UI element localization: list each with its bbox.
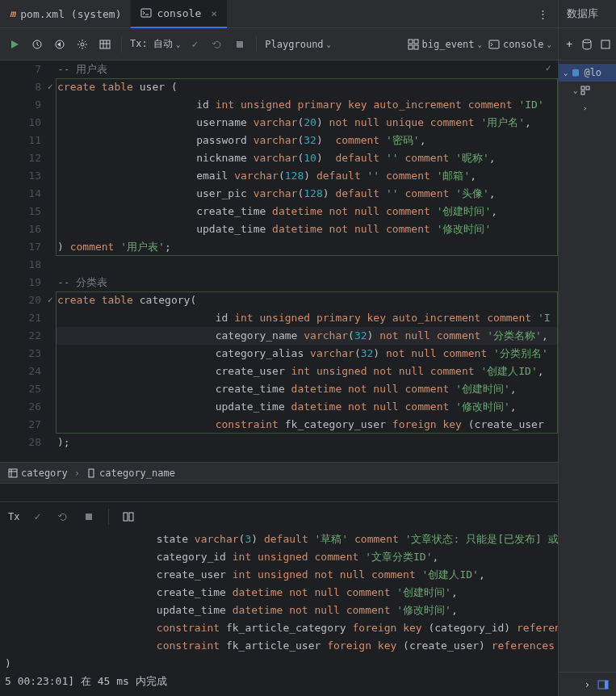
svg-rect-13: [86, 514, 92, 520]
svg-rect-0: [141, 9, 151, 17]
svg-rect-14: [124, 513, 128, 521]
chevron-down-icon: ⌄: [547, 40, 551, 48]
check-gutter: ✓ ✓: [44, 61, 56, 462]
tree-node[interactable]: ⌄ @lo: [559, 64, 616, 82]
check-icon: ✓: [44, 291, 56, 309]
commit-icon[interactable]: ✓: [29, 509, 45, 525]
svg-rect-21: [581, 91, 585, 94]
tab-label: console: [157, 7, 201, 19]
db-tree[interactable]: ⌄ @lo ⌄ ›: [559, 61, 616, 370]
chevron-down-icon: ⌄: [327, 40, 331, 48]
breadcrumb-item[interactable]: category_name: [86, 467, 175, 479]
run-icon[interactable]: [6, 36, 23, 52]
tab-console[interactable]: console ×: [131, 0, 227, 28]
rollback-icon[interactable]: [55, 509, 71, 525]
svg-rect-19: [581, 86, 585, 90]
breadcrumb-item[interactable]: category: [8, 467, 68, 479]
chevron-right-icon: ›: [583, 104, 587, 112]
svg-rect-15: [129, 513, 133, 521]
schema-label: big_event: [422, 39, 475, 50]
console-icon: [488, 39, 500, 50]
editor-tabs: m pom.xml (system) console × ⋮: [0, 0, 558, 28]
svg-rect-8: [409, 45, 413, 49]
output-panel: Tx ✓ state varchar(3) default '草稿' comme…: [0, 483, 558, 696]
tab-pom[interactable]: m pom.xml (system): [0, 0, 131, 28]
playground-label: Playground: [265, 39, 323, 50]
playground-dropdown[interactable]: Playground ⌄: [265, 39, 331, 50]
sql-toolbar: Tx: 自动 ⌄ ✓ Playground ⌄ big_event ⌄ cons…: [0, 28, 558, 61]
add-icon[interactable]: +: [564, 36, 575, 52]
console-dropdown[interactable]: console ⌄: [488, 39, 551, 50]
db-icon: [571, 68, 580, 78]
svg-rect-6: [409, 40, 413, 44]
svg-rect-11: [9, 469, 17, 477]
svg-rect-9: [414, 45, 418, 49]
svg-rect-20: [586, 86, 589, 90]
column-icon: [86, 468, 96, 478]
breadcrumb-separator: ›: [74, 467, 80, 479]
svg-rect-17: [601, 40, 610, 48]
svg-point-16: [583, 40, 591, 43]
more-icon[interactable]: [600, 36, 611, 52]
chevron-down-icon: ⌄: [478, 40, 482, 48]
stop-icon[interactable]: [232, 36, 248, 52]
layout-icon[interactable]: [595, 677, 611, 693]
grid-icon[interactable]: [97, 36, 113, 52]
line-gutter: 7 8 9 10 11 12 13 14 15 16 17 18 19 20 2…: [0, 61, 44, 462]
check-icon: ✓: [44, 78, 56, 96]
explain-icon[interactable]: [52, 36, 68, 52]
console-label: console: [503, 39, 544, 50]
close-icon[interactable]: ×: [211, 7, 217, 19]
datasource-icon[interactable]: [581, 36, 593, 52]
chevron-right-icon[interactable]: ›: [585, 679, 590, 690]
tx-label: Tx: [8, 511, 19, 522]
commit-icon[interactable]: ✓: [186, 36, 203, 52]
status-line: 5 00:23:01] 在 45 ms 内完成: [3, 673, 581, 690]
tab-label: pom.xml (system): [20, 8, 121, 20]
table-icon: [8, 468, 18, 478]
stop-icon[interactable]: [81, 509, 97, 525]
history-icon[interactable]: [29, 36, 45, 52]
svg-rect-23: [605, 681, 608, 689]
schema-dropdown[interactable]: big_event ⌄: [408, 39, 482, 50]
chevron-down-icon: ⌄: [564, 69, 568, 77]
tab-more-icon[interactable]: ⋮: [528, 8, 558, 20]
chevron-down-icon: ⌄: [573, 86, 577, 94]
tx-mode-dropdown[interactable]: Tx: 自动 ⌄: [130, 37, 180, 51]
database-panel: 数据库 + ⌄ @lo ⌄ › ›: [558, 0, 616, 696]
inspection-icon[interactable]: ✓: [546, 62, 551, 73]
svg-point-3: [81, 43, 84, 46]
svg-rect-10: [489, 40, 499, 48]
breadcrumb: category › category_name: [0, 462, 558, 483]
tree-node[interactable]: ⌄: [559, 82, 616, 99]
maven-icon: m: [10, 8, 15, 19]
svg-rect-7: [414, 40, 418, 44]
svg-rect-12: [89, 469, 94, 477]
db-toolbar: +: [559, 28, 616, 61]
tree-label: @lo: [584, 67, 601, 78]
console-icon: [140, 7, 152, 19]
output-code[interactable]: state varchar(3) default '草稿' comment '文…: [0, 530, 581, 696]
rollback-icon[interactable]: [209, 36, 225, 52]
output-toolbar: Tx ✓: [0, 501, 581, 530]
settings-icon[interactable]: [74, 36, 90, 52]
split-icon[interactable]: [120, 509, 136, 525]
chevron-down-icon: ⌄: [176, 40, 180, 48]
schema-icon: [408, 39, 419, 50]
svg-rect-5: [237, 41, 243, 48]
code-editor[interactable]: 7 8 9 10 11 12 13 14 15 16 17 18 19 20 2…: [0, 61, 558, 462]
tree-node[interactable]: ›: [559, 99, 616, 117]
svg-rect-4: [100, 40, 110, 48]
schema-icon: [580, 86, 590, 95]
panel-title: 数据库: [559, 0, 616, 28]
tx-label: Tx: 自动: [130, 37, 173, 51]
